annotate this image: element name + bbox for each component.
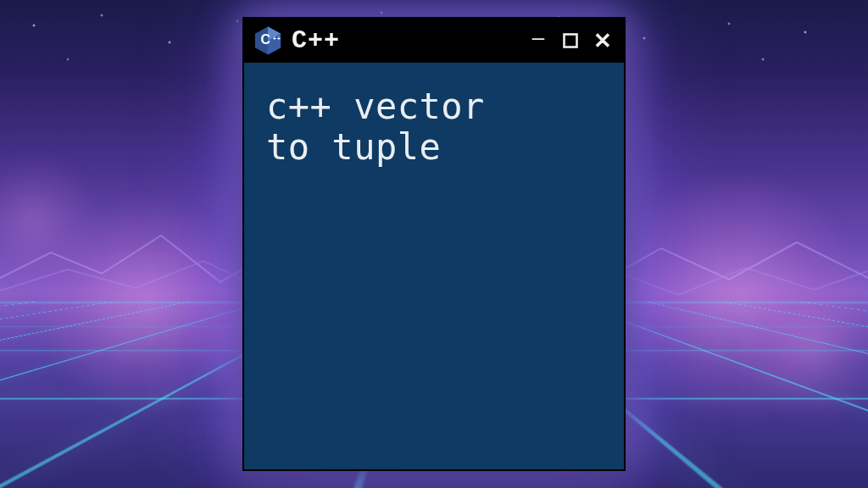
- minimize-button[interactable]: –: [527, 26, 549, 48]
- content-line-1: c++ vector: [266, 86, 485, 127]
- svg-text:C: C: [260, 32, 270, 47]
- terminal-window-glow: C + + C++ – ✕ c++ vector to tuple: [242, 17, 626, 474]
- terminal-window: C + + C++ – ✕ c++ vector to tuple: [242, 17, 626, 471]
- window-title: C++: [292, 26, 519, 55]
- terminal-content: c++ vector to tuple: [244, 63, 624, 469]
- svg-rect-6: [565, 35, 577, 47]
- svg-text:+: +: [277, 36, 281, 42]
- cpp-logo-icon: C + +: [253, 25, 283, 56]
- titlebar[interactable]: C + + C++ – ✕: [244, 19, 624, 63]
- maximize-button[interactable]: [559, 30, 581, 52]
- content-line-2: to tuple: [266, 126, 441, 168]
- svg-text:+: +: [273, 36, 276, 42]
- close-button[interactable]: ✕: [592, 30, 614, 52]
- window-controls: – ✕: [527, 30, 614, 52]
